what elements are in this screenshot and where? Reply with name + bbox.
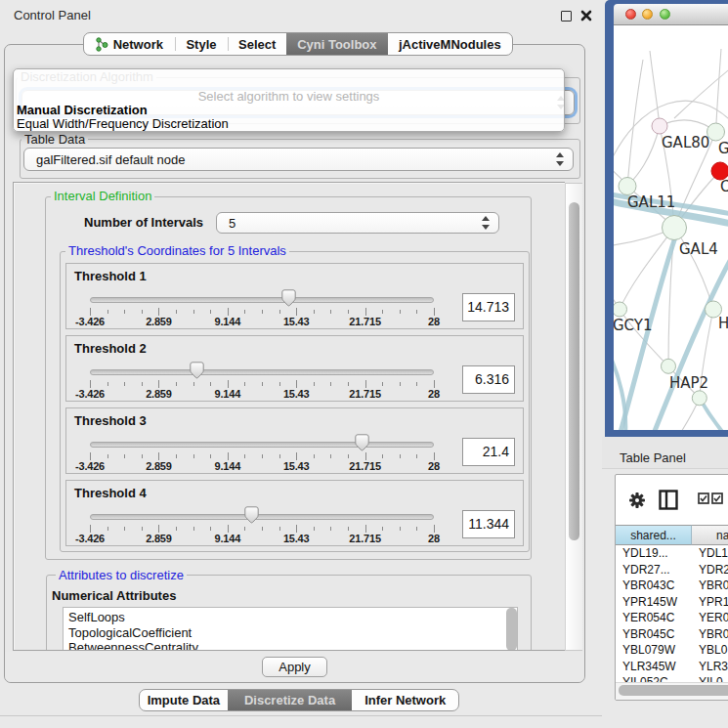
combo-stepper-icon bbox=[556, 152, 564, 166]
control-panel-tabbar: NetworkStyleSelectCyni ToolboxjActiveMNo… bbox=[83, 32, 513, 56]
table-header-name[interactable]: name bbox=[692, 525, 728, 545]
network-node[interactable] bbox=[692, 391, 707, 406]
slider-track[interactable] bbox=[90, 297, 434, 303]
table-cell[interactable]: YER0 bbox=[699, 611, 728, 624]
network-node-label: C bbox=[720, 178, 728, 195]
popup-placeholder-item[interactable]: Select algorithm to view settings bbox=[14, 89, 564, 104]
slider-track[interactable] bbox=[90, 442, 434, 448]
slider-tick-label: 9.144 bbox=[200, 460, 255, 472]
slider-track[interactable] bbox=[90, 369, 434, 375]
tab-discretize-data[interactable]: Discretize Data bbox=[228, 690, 353, 710]
table-cell[interactable]: YDR27... bbox=[622, 563, 670, 577]
network-canvas[interactable]: GAL80GACGAL11GAL4GCY1HHAP2 bbox=[614, 25, 728, 430]
slider-tick bbox=[142, 382, 143, 386]
table-data-group-title: Table Data bbox=[21, 133, 88, 147]
threshold-value[interactable]: 14.713 bbox=[462, 293, 515, 321]
table-cell[interactable]: YLR3 bbox=[699, 660, 728, 673]
slider-track[interactable] bbox=[90, 514, 434, 520]
table-cell[interactable]: YPR1 bbox=[699, 595, 728, 609]
network-node-label: GAL11 bbox=[627, 193, 675, 211]
slider-tick bbox=[416, 527, 417, 531]
threshold-panel-3: Threshold 3-3.4262.8599.14415.4321.71528… bbox=[65, 407, 524, 474]
scrollbar-thumb[interactable] bbox=[619, 685, 728, 696]
table-cell[interactable]: YBL0 bbox=[699, 643, 727, 657]
slider-thumb[interactable] bbox=[190, 362, 204, 379]
table-horizontal-scrollbar[interactable] bbox=[616, 682, 728, 701]
attribute-list-item[interactable]: SelfLoops bbox=[64, 610, 517, 625]
slider-tick bbox=[176, 527, 177, 531]
table-cell[interactable]: YPR145W bbox=[622, 595, 677, 609]
network-window: GAL80GACGAL11GAL4GCY1HHAP2 bbox=[605, 0, 728, 437]
close-traffic-light[interactable] bbox=[625, 9, 636, 20]
popup-item-manual[interactable]: Manual Discretization bbox=[17, 103, 148, 117]
table-cell[interactable]: YBR0 bbox=[699, 627, 728, 641]
slider-tick bbox=[142, 527, 143, 531]
network-node[interactable] bbox=[614, 302, 627, 317]
attribute-list-item[interactable]: BetweennessCentrality bbox=[64, 640, 517, 651]
columns-icon[interactable] bbox=[659, 490, 678, 510]
network-node[interactable] bbox=[662, 359, 676, 373]
zoom-traffic-light[interactable] bbox=[660, 9, 670, 20]
table-data-combobox[interactable]: galFiltered.sif default node bbox=[23, 148, 574, 171]
slider-tick bbox=[434, 308, 435, 316]
slider-tick bbox=[90, 525, 91, 533]
tab-cyni-toolbox[interactable]: Cyni Toolbox bbox=[286, 33, 388, 55]
threshold-value[interactable]: 11.344 bbox=[462, 510, 515, 538]
checkbox-icon[interactable] bbox=[711, 492, 723, 504]
table-cell[interactable]: YLR345W bbox=[622, 660, 676, 673]
minimize-traffic-light[interactable] bbox=[642, 9, 653, 20]
tab-label: jActiveMNodules bbox=[399, 37, 501, 52]
slider-tick-label: 15.43 bbox=[269, 316, 323, 327]
slider-tick bbox=[228, 525, 229, 533]
table-cell[interactable]: YBL079W bbox=[622, 643, 675, 657]
threshold-value[interactable]: 21.4 bbox=[462, 438, 515, 466]
slider-tick-label: 28 bbox=[407, 460, 461, 472]
slider-thumb[interactable] bbox=[355, 434, 369, 451]
table-cell[interactable]: YDL1 bbox=[699, 546, 728, 560]
attribute-list-item[interactable]: TopologicalCoefficient bbox=[64, 625, 517, 641]
apply-button[interactable]: Apply bbox=[262, 657, 327, 677]
table-cell[interactable]: YBR043C bbox=[622, 578, 674, 592]
tab-select[interactable]: Select bbox=[228, 33, 286, 55]
tab-network[interactable]: Network bbox=[84, 33, 175, 55]
network-node-label: H bbox=[718, 315, 728, 332]
screen: Control Panel NetworkStyleSelectCyni Too… bbox=[0, 0, 728, 728]
network-node[interactable] bbox=[619, 178, 636, 195]
tab-impute-data[interactable]: Impute Data bbox=[140, 690, 228, 710]
settings-vertical-scrollbar[interactable] bbox=[565, 183, 582, 651]
network-node[interactable] bbox=[652, 118, 667, 134]
gear-icon[interactable] bbox=[628, 492, 646, 509]
slider-tick-label: 2.859 bbox=[131, 316, 186, 327]
slider-tick-label: -3.426 bbox=[63, 533, 117, 544]
tab-infer-network[interactable]: Infer Network bbox=[352, 690, 458, 710]
slider-tick-label: 2.859 bbox=[131, 460, 186, 472]
num-intervals-spinner[interactable]: 5 bbox=[216, 212, 499, 234]
slider-tick bbox=[90, 452, 91, 460]
table-cell[interactable]: YDL19... bbox=[622, 546, 668, 560]
slider-tick bbox=[296, 452, 297, 460]
table-cell[interactable]: YBR045C bbox=[622, 627, 674, 641]
table-cell[interactable]: YBR0 bbox=[699, 578, 728, 592]
network-window-titlebar[interactable] bbox=[614, 4, 728, 25]
table-cell[interactable]: YDR2 bbox=[699, 563, 728, 577]
popup-item-equal-width[interactable]: Equal Width/Frequency Discretization bbox=[17, 116, 229, 131]
slider-thumb[interactable] bbox=[281, 289, 296, 307]
checkbox-icon[interactable] bbox=[698, 492, 709, 504]
network-node[interactable] bbox=[663, 216, 687, 240]
attributes-list-scrollbar[interactable] bbox=[506, 608, 517, 651]
table-cell[interactable]: YER054C bbox=[622, 611, 674, 624]
tab-label: Impute Data bbox=[148, 693, 220, 707]
tab-label: Select bbox=[238, 37, 276, 52]
tab-style[interactable]: Style bbox=[175, 33, 229, 55]
slider-tick bbox=[228, 308, 229, 316]
attributes-list[interactable]: SelfLoopsTopologicalCoefficientBetweenne… bbox=[63, 607, 518, 651]
table-header-shared[interactable]: shared... bbox=[616, 525, 692, 545]
slider-tick bbox=[193, 310, 194, 314]
close-icon[interactable] bbox=[580, 10, 592, 21]
float-window-icon[interactable] bbox=[561, 11, 572, 21]
tab-jactivemnodules[interactable]: jActiveMNodules bbox=[388, 33, 512, 55]
scrollbar-thumb[interactable] bbox=[569, 202, 579, 540]
slider-thumb[interactable] bbox=[244, 506, 259, 524]
network-node-label: GA bbox=[718, 140, 728, 157]
threshold-value[interactable]: 6.316 bbox=[462, 365, 515, 394]
